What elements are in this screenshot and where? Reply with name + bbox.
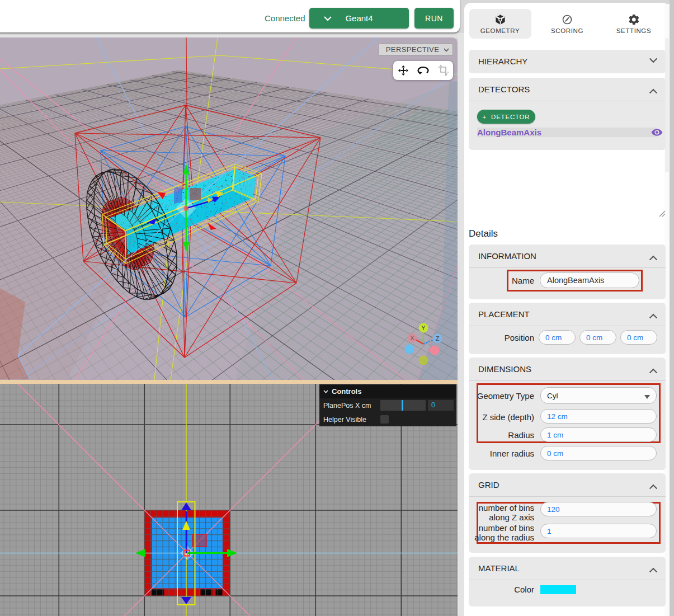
svg-text:Z: Z [436,335,440,342]
svg-text:X: X [410,335,414,341]
svg-text:Y: Y [421,325,426,331]
